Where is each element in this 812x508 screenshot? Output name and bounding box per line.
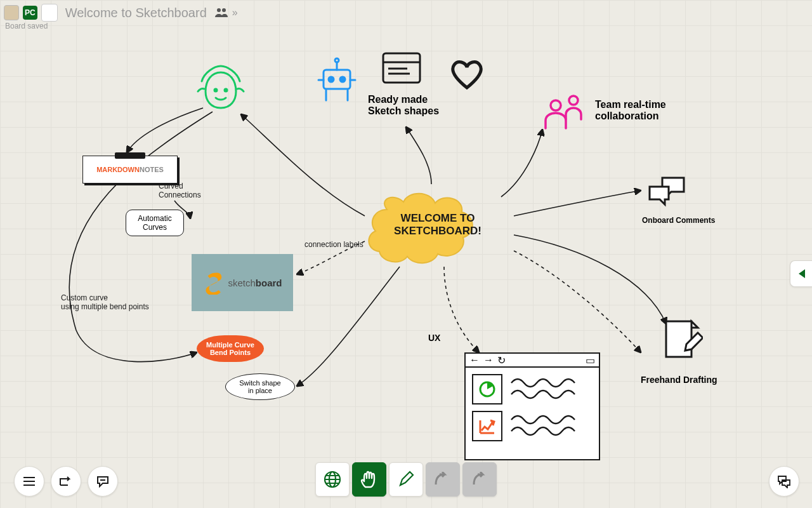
share-button[interactable] (51, 466, 81, 497)
svg-point-0 (217, 8, 221, 12)
undo-button[interactable] (426, 462, 460, 497)
board-title: Welcome to Sketchboard (65, 6, 207, 20)
svg-point-7 (214, 89, 217, 91)
list-button[interactable] (14, 466, 44, 497)
curved-label: CurvedConnections (159, 182, 201, 199)
svg-rect-2 (324, 70, 350, 89)
comments-icon[interactable] (646, 174, 688, 210)
save-status: Board saved (5, 22, 48, 30)
svg-point-4 (340, 77, 345, 82)
robot-icon[interactable] (315, 56, 359, 104)
onboard-label: Onboard Comments (642, 216, 715, 225)
team-label: Team real-timecollaboration (595, 99, 666, 122)
cloud-text-2: SKETCHBOARD! (362, 225, 514, 237)
chat-button[interactable] (769, 466, 799, 497)
person-sketch-icon[interactable] (195, 64, 246, 114)
team-badge[interactable]: PC (23, 6, 37, 20)
svg-point-3 (329, 77, 334, 82)
sketchboard-logo-card[interactable]: sketchboard (192, 254, 293, 311)
redo-button[interactable] (462, 462, 497, 497)
comment-button[interactable] (88, 466, 118, 497)
user-avatar[interactable] (4, 5, 19, 20)
bend-points-pill[interactable]: Multiple CurveBend Points (197, 335, 264, 362)
svg-point-8 (225, 89, 227, 91)
automatic-curves-box[interactable]: AutomaticCurves (126, 210, 184, 236)
connection-labels-text: connection labels (304, 240, 363, 249)
markdown-notes-card[interactable]: MARKDOWN NOTES (82, 156, 178, 184)
pan-hand-button[interactable] (352, 462, 386, 497)
window-icon[interactable] (381, 51, 422, 86)
more-icon[interactable]: » (232, 7, 238, 18)
svg-point-10 (569, 96, 578, 105)
ux-label: UX (428, 333, 440, 343)
freehand-label: Freehand Drafting (641, 375, 717, 385)
heart-icon[interactable] (448, 58, 486, 91)
browser-mock[interactable]: ←→↻▭ (464, 352, 600, 460)
expand-panel-button[interactable] (790, 260, 812, 287)
switch-shape-ellipse[interactable]: Switch shapein place (225, 373, 295, 400)
svg-point-1 (222, 8, 226, 12)
team-icon[interactable] (214, 7, 228, 18)
center-cloud[interactable]: WELCOME TO SKETCHBOARD! (362, 184, 514, 267)
board-chip[interactable] (41, 4, 58, 22)
draw-pencil-button[interactable] (389, 462, 423, 497)
ready-shapes-label: Ready madeSketch shapes (368, 94, 439, 117)
globe-button[interactable] (315, 462, 350, 497)
svg-point-9 (551, 100, 561, 110)
team-people-icon[interactable] (539, 91, 589, 132)
note-pencil-icon[interactable] (661, 316, 703, 362)
custom-curve-label: Custom curveusing multiple bend points (61, 293, 149, 311)
cloud-text-1: WELCOME TO (362, 212, 514, 225)
svg-point-5 (335, 58, 339, 62)
